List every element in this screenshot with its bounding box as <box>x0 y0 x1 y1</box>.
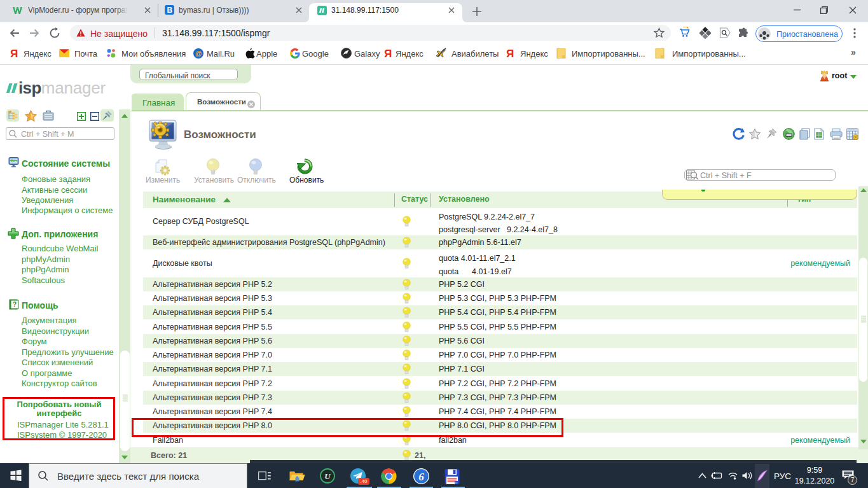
svg-text:6: 6 <box>418 471 424 483</box>
svg-text:31: 31 <box>455 481 458 484</box>
svg-text:?: ? <box>13 301 17 308</box>
svg-text:U: U <box>324 471 331 481</box>
svg-text:@: @ <box>195 50 202 57</box>
